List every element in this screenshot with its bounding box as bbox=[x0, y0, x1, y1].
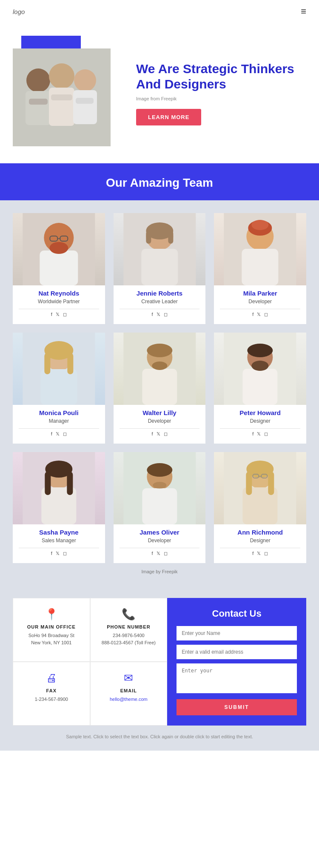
facebook-icon-1[interactable]: f bbox=[51, 312, 52, 317]
hero-text: We Are Strategic Thinkers And Designers … bbox=[136, 61, 306, 125]
facebook-icon-5[interactable]: f bbox=[151, 431, 153, 437]
email-label: EMAIL bbox=[98, 688, 160, 693]
facebook-icon-8[interactable]: f bbox=[151, 551, 153, 556]
team-role-4: Manager bbox=[13, 418, 105, 424]
team-role-1: Worldwide Partner bbox=[13, 299, 105, 305]
team-name-5: Walter Lilly bbox=[114, 409, 206, 416]
svg-rect-33 bbox=[67, 353, 73, 374]
svg-rect-52 bbox=[142, 488, 177, 524]
contact-grid: 📍 OUR MAIN OFFICE SoHo 94 Broadway St Ne… bbox=[13, 598, 306, 726]
svg-point-37 bbox=[152, 361, 167, 370]
svg-rect-21 bbox=[146, 231, 151, 244]
hero-title: We Are Strategic Thinkers And Designers bbox=[136, 61, 306, 92]
facebook-icon-7[interactable]: f bbox=[51, 551, 52, 556]
instagram-icon-2[interactable]: ◻ bbox=[164, 312, 168, 317]
freepik-team-link[interactable]: Freepik bbox=[162, 569, 178, 574]
twitter-icon-1[interactable]: 𝕏 bbox=[56, 312, 60, 317]
twitter-icon-6[interactable]: 𝕏 bbox=[257, 431, 261, 437]
instagram-icon-3[interactable]: ◻ bbox=[264, 312, 268, 317]
menu-icon[interactable]: ≡ bbox=[301, 6, 306, 17]
svg-point-38 bbox=[147, 344, 172, 357]
team-card-8: James Oliver Developer f 𝕏 ◻ bbox=[114, 452, 206, 563]
instagram-icon-4[interactable]: ◻ bbox=[63, 431, 67, 437]
team-grid: Nat Reynolds Worldwide Partner f 𝕏 ◻ bbox=[13, 213, 306, 563]
instagram-icon-5[interactable]: ◻ bbox=[164, 431, 168, 437]
facebook-icon-2[interactable]: f bbox=[151, 312, 153, 317]
svg-rect-9 bbox=[76, 98, 94, 104]
instagram-icon-6[interactable]: ◻ bbox=[264, 431, 268, 437]
footer-note-text: Sample text. Click to select the text bo… bbox=[66, 734, 253, 739]
instagram-icon-9[interactable]: ◻ bbox=[264, 551, 268, 556]
team-social-7: f 𝕏 ◻ bbox=[19, 548, 99, 557]
phone-label: PHONE NUMBER bbox=[98, 624, 160, 629]
team-photo-6 bbox=[214, 333, 306, 405]
svg-rect-6 bbox=[73, 90, 97, 124]
phone-number2: 888-0123-4567 (Toll Free) bbox=[98, 639, 160, 646]
svg-rect-36 bbox=[142, 369, 177, 405]
team-name-2: Jennie Roberts bbox=[114, 290, 206, 297]
facebook-icon-3[interactable]: f bbox=[252, 312, 253, 317]
fax-icon: 🖨 bbox=[21, 672, 82, 685]
team-photo-3 bbox=[214, 213, 306, 285]
instagram-icon-1[interactable]: ◻ bbox=[63, 312, 67, 317]
contact-left-col: 📍 OUR MAIN OFFICE SoHo 94 Broadway St Ne… bbox=[13, 598, 90, 726]
fax-number: 1-234-567-8900 bbox=[21, 696, 82, 703]
twitter-icon-3[interactable]: 𝕏 bbox=[257, 312, 261, 317]
contact-submit-button[interactable]: SUBMIT bbox=[177, 699, 297, 715]
team-photo-9 bbox=[214, 452, 306, 524]
contact-phone-box: 📞 PHONE NUMBER 234-9876-5400 888-0123-45… bbox=[90, 598, 168, 662]
team-name-3: Mila Parker bbox=[214, 290, 306, 297]
twitter-icon-7[interactable]: 𝕏 bbox=[56, 551, 60, 556]
facebook-icon-4[interactable]: f bbox=[51, 431, 52, 437]
svg-rect-2 bbox=[26, 91, 51, 125]
twitter-icon-5[interactable]: 𝕏 bbox=[157, 431, 160, 437]
svg-point-43 bbox=[248, 344, 273, 357]
team-photo-4 bbox=[13, 333, 105, 405]
twitter-icon-2[interactable]: 𝕏 bbox=[157, 312, 160, 317]
team-card-5: Walter Lilly Developer f 𝕏 ◻ bbox=[114, 333, 206, 444]
twitter-icon-8[interactable]: 𝕏 bbox=[157, 551, 160, 556]
twitter-icon-9[interactable]: 𝕏 bbox=[257, 551, 261, 556]
team-social-1: f 𝕏 ◻ bbox=[19, 309, 99, 318]
facebook-icon-9[interactable]: f bbox=[252, 551, 253, 556]
hero-image-area bbox=[13, 40, 123, 146]
svg-point-13 bbox=[49, 242, 68, 254]
contact-office-box: 📍 OUR MAIN OFFICE SoHo 94 Broadway St Ne… bbox=[13, 598, 90, 662]
twitter-icon-4[interactable]: 𝕏 bbox=[56, 431, 60, 437]
contact-name-input[interactable] bbox=[177, 626, 297, 640]
team-role-5: Developer bbox=[114, 418, 206, 424]
location-icon: 📍 bbox=[21, 608, 82, 621]
svg-rect-22 bbox=[168, 231, 173, 244]
team-role-7: Sales Manager bbox=[13, 538, 105, 544]
instagram-icon-8[interactable]: ◻ bbox=[164, 551, 168, 556]
fax-label: FAX bbox=[21, 688, 82, 693]
logo: logo bbox=[13, 8, 25, 15]
team-social-4: f 𝕏 ◻ bbox=[19, 428, 99, 438]
team-image-credit: Image by Freepik bbox=[13, 563, 306, 577]
team-photo-2 bbox=[114, 213, 206, 285]
svg-point-5 bbox=[74, 69, 96, 91]
contact-message-input[interactable] bbox=[177, 663, 297, 693]
team-social-3: f 𝕏 ◻ bbox=[220, 309, 300, 318]
team-photo-7 bbox=[13, 452, 105, 524]
svg-rect-30 bbox=[40, 369, 77, 405]
facebook-icon-6[interactable]: f bbox=[252, 431, 253, 437]
team-card-1: Nat Reynolds Worldwide Partner f 𝕏 ◻ bbox=[13, 213, 105, 324]
team-grid-wrapper: Nat Reynolds Worldwide Partner f 𝕏 ◻ bbox=[0, 200, 319, 585]
team-card-4: Monica Pouli Manager f 𝕏 ◻ bbox=[13, 333, 105, 444]
email-link[interactable]: hello@theme.com bbox=[110, 697, 148, 702]
freepik-link[interactable]: Freepik bbox=[161, 96, 177, 101]
team-section: Our Amazing Team bbox=[0, 163, 319, 585]
svg-point-54 bbox=[153, 482, 166, 489]
team-name-4: Monica Pouli bbox=[13, 409, 105, 416]
learn-more-button[interactable]: LEARN MORE bbox=[136, 109, 201, 125]
svg-rect-12 bbox=[40, 250, 78, 285]
svg-point-53 bbox=[147, 463, 172, 477]
contact-email-input[interactable] bbox=[177, 645, 297, 659]
team-social-9: f 𝕏 ◻ bbox=[220, 548, 300, 557]
team-name-8: James Oliver bbox=[114, 529, 206, 536]
email-address: hello@theme.com bbox=[98, 696, 160, 703]
instagram-icon-7[interactable]: ◻ bbox=[63, 551, 67, 556]
svg-rect-19 bbox=[141, 249, 178, 285]
team-role-9: Designer bbox=[214, 538, 306, 544]
